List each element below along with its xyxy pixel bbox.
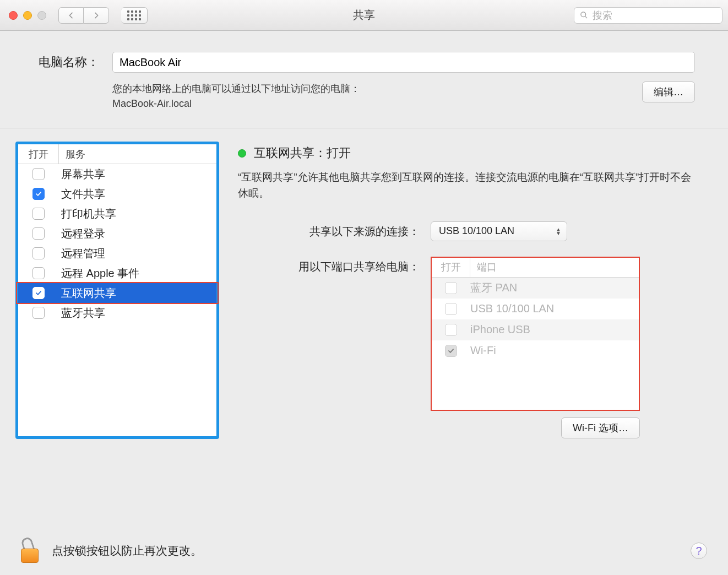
port-row[interactable]: 蓝牙 PAN <box>432 278 639 299</box>
svg-point-0 <box>581 12 586 17</box>
apps-grid-icon <box>127 10 141 20</box>
search-placeholder: 搜索 <box>593 9 612 22</box>
checkbox[interactable] <box>32 168 45 180</box>
port-label: iPhone USB <box>470 323 530 336</box>
checkbox[interactable] <box>32 227 45 240</box>
service-row[interactable]: 远程登录 <box>18 224 216 243</box>
source-value: USB 10/100 LAN <box>439 225 514 237</box>
svg-line-1 <box>585 16 587 18</box>
service-row[interactable]: 屏幕共享 <box>18 164 216 184</box>
source-label: 共享以下来源的连接： <box>238 221 420 239</box>
checkbox[interactable] <box>445 303 457 315</box>
chevron-left-icon <box>67 11 75 20</box>
source-select[interactable]: USB 10/100 LAN ▲▼ <box>431 221 567 241</box>
detail-pane: 互联网共享：打开 “互联网共享”允许其他电脑共享您到互联网的连接。连接交流电源的… <box>238 142 695 454</box>
service-label: 远程 Apple 事件 <box>59 266 139 281</box>
lock-button[interactable] <box>21 539 39 563</box>
service-row[interactable]: 远程 Apple 事件 <box>18 263 216 283</box>
service-label: 远程管理 <box>59 246 105 261</box>
back-button[interactable] <box>58 7 84 24</box>
checkbox[interactable] <box>32 307 45 319</box>
service-row[interactable]: 蓝牙共享 <box>18 303 216 323</box>
edit-button[interactable]: 编辑… <box>642 82 695 102</box>
checkbox[interactable] <box>32 287 45 299</box>
services-list[interactable]: 打开 服务 屏幕共享文件共享打印机共享远程登录远程管理远程 Apple 事件互联… <box>15 142 219 439</box>
nav-buttons <box>58 7 109 24</box>
service-label: 远程登录 <box>59 226 105 241</box>
services-header: 打开 服务 <box>18 144 216 164</box>
search-field[interactable]: 搜索 <box>574 7 722 24</box>
ports-col-name: 端口 <box>470 261 497 274</box>
checkbox[interactable] <box>32 208 45 220</box>
status-row: 互联网共享：打开 <box>238 145 695 161</box>
ports-list[interactable]: 打开 端口 蓝牙 PANUSB 10/100 LANiPhone USBWi-F… <box>431 257 640 411</box>
help-button[interactable]: ? <box>691 543 707 559</box>
port-label: Wi-Fi <box>470 344 496 357</box>
wifi-options-button[interactable]: Wi-Fi 选项… <box>561 417 640 438</box>
zoom-window-button[interactable] <box>37 11 46 20</box>
main-area: 打开 服务 屏幕共享文件共享打印机共享远程登录远程管理远程 Apple 事件互联… <box>0 128 728 454</box>
services-col-name: 服务 <box>59 148 85 161</box>
checkbox[interactable] <box>32 188 45 200</box>
toolbar: 共享 搜索 <box>0 0 728 31</box>
minimize-window-button[interactable] <box>23 11 32 20</box>
port-label: USB 10/100 LAN <box>470 302 554 315</box>
port-row[interactable]: Wi-Fi <box>432 340 639 361</box>
close-window-button[interactable] <box>9 11 18 20</box>
port-label: 蓝牙 PAN <box>470 280 517 295</box>
port-row[interactable]: iPhone USB <box>432 319 639 340</box>
port-row[interactable]: USB 10/100 LAN <box>432 299 639 319</box>
service-label: 互联网共享 <box>59 286 116 301</box>
chevron-right-icon <box>92 11 101 20</box>
checkbox[interactable] <box>445 282 457 294</box>
checkbox[interactable] <box>32 247 45 259</box>
service-label: 打印机共享 <box>59 207 116 221</box>
service-row[interactable]: 互联网共享 <box>18 283 216 303</box>
computer-name-section: 电脑名称： 您的本地网络上的电脑可以通过以下地址访问您的电脑： MacBook-… <box>0 31 728 128</box>
lock-text: 点按锁按钮以防止再次更改。 <box>52 543 202 558</box>
service-label: 文件共享 <box>59 187 105 202</box>
ports-header: 打开 端口 <box>432 258 639 278</box>
show-all-prefs[interactable] <box>121 7 148 24</box>
ports-label: 用以下端口共享给电脑： <box>238 257 420 274</box>
checkbox[interactable] <box>445 324 457 336</box>
computer-name-description: 您的本地网络上的电脑可以通过以下地址访问您的电脑： MacBook-Air.lo… <box>112 82 629 111</box>
status-on-icon <box>238 149 246 158</box>
forward-button[interactable] <box>84 7 109 24</box>
service-label: 蓝牙共享 <box>59 306 105 321</box>
lock-row: 点按锁按钮以防止再次更改。 ? <box>21 539 707 563</box>
service-row[interactable]: 远程管理 <box>18 243 216 263</box>
computer-name-label: 电脑名称： <box>33 54 99 70</box>
service-label: 屏幕共享 <box>59 167 105 182</box>
service-row[interactable]: 打印机共享 <box>18 204 216 224</box>
search-icon <box>580 11 588 19</box>
window-controls <box>9 11 46 20</box>
service-description: “互联网共享”允许其他电脑共享您到互联网的连接。连接交流电源的电脑在“互联网共享… <box>238 169 695 202</box>
checkbox[interactable] <box>445 345 457 357</box>
service-row[interactable]: 文件共享 <box>18 184 216 204</box>
updown-icon: ▲▼ <box>556 227 561 235</box>
status-title: 互联网共享：打开 <box>254 145 351 161</box>
checkbox[interactable] <box>32 267 45 279</box>
services-col-on: 打开 <box>18 144 59 164</box>
ports-col-on: 打开 <box>432 258 470 277</box>
computer-name-input[interactable] <box>112 52 695 73</box>
